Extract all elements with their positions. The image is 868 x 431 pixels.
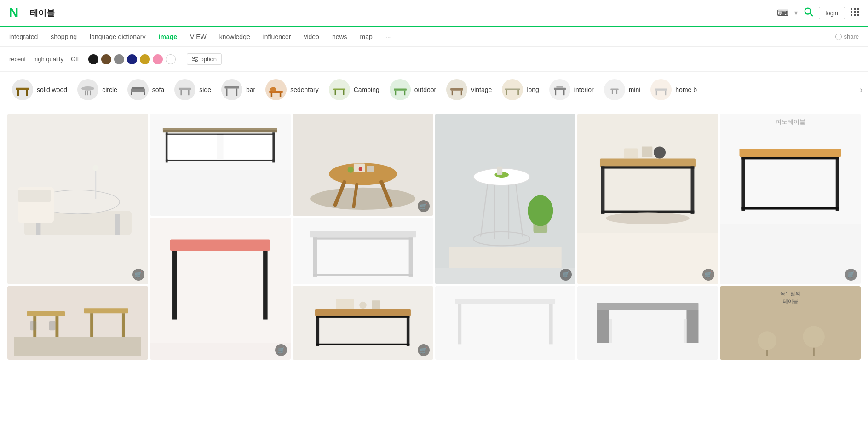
- svg-line-86: [481, 184, 488, 237]
- image-card-11[interactable]: [435, 286, 576, 360]
- svg-rect-56: [656, 91, 657, 95]
- svg-rect-67: [163, 128, 277, 130]
- svg-rect-133: [455, 299, 555, 304]
- category-mini[interactable]: mini: [601, 76, 648, 103]
- svg-rect-39: [394, 88, 407, 90]
- basket-icon-4[interactable]: 🛒: [560, 269, 572, 281]
- image-card-1[interactable]: 🛒: [7, 114, 148, 284]
- image-card-8[interactable]: [293, 218, 433, 284]
- svg-rect-2: [851, 8, 852, 10]
- svg-point-90: [474, 232, 530, 246]
- nav-item-shopping[interactable]: shopping: [51, 33, 77, 40]
- category-sofa[interactable]: sofa: [125, 76, 172, 103]
- svg-point-65: [92, 165, 98, 171]
- svg-rect-128: [316, 316, 409, 318]
- basket-icon-10[interactable]: 🛒: [418, 344, 430, 356]
- nav-item-view[interactable]: VIEW: [190, 33, 207, 40]
- svg-rect-8: [851, 14, 852, 16]
- cat-label-side: side: [199, 86, 211, 93]
- svg-rect-71: [166, 160, 275, 161]
- keyboard-dropdown[interactable]: ▾: [794, 9, 798, 17]
- image-card-3[interactable]: 🛒: [293, 114, 433, 216]
- color-gray[interactable]: [114, 54, 124, 64]
- option-button[interactable]: option: [187, 53, 222, 65]
- nav-item-map[interactable]: map: [360, 33, 373, 40]
- keyboard-icon[interactable]: ⌨: [777, 8, 789, 18]
- category-bar[interactable]: bar: [218, 76, 263, 103]
- image-card-5[interactable]: 🛒: [577, 114, 718, 284]
- category-interior[interactable]: interior: [546, 76, 601, 103]
- category-sedentary[interactable]: sedentary: [263, 76, 326, 103]
- color-black[interactable]: [88, 54, 98, 64]
- image-card-2[interactable]: [150, 114, 291, 216]
- nav-more[interactable]: ···: [385, 33, 391, 40]
- nav-item-knowledge[interactable]: knowledge: [219, 33, 250, 40]
- image-card-9[interactable]: [7, 286, 148, 360]
- color-filter-group: [88, 54, 176, 64]
- svg-rect-28: [188, 90, 190, 95]
- filter-recent[interactable]: recent: [9, 56, 26, 63]
- search-icon[interactable]: [803, 6, 813, 19]
- svg-rect-19: [87, 91, 88, 95]
- category-vintage[interactable]: vintage: [443, 76, 499, 103]
- color-brown[interactable]: [101, 54, 111, 64]
- basket-icon-5[interactable]: 🛒: [702, 269, 714, 281]
- share-button[interactable]: share: [835, 33, 859, 40]
- svg-rect-132: [372, 300, 380, 309]
- category-camping[interactable]: Camping: [326, 76, 387, 103]
- image-card-6[interactable]: 피노테이블 🛒: [720, 114, 861, 284]
- image-card-13[interactable]: 목두달의테이블: [720, 286, 861, 360]
- category-long[interactable]: long: [499, 76, 546, 103]
- svg-rect-96: [691, 166, 695, 214]
- color-gold[interactable]: [140, 54, 150, 64]
- share-label: share: [844, 33, 859, 40]
- svg-point-101: [654, 146, 666, 158]
- svg-rect-30: [226, 88, 228, 96]
- filter-gif[interactable]: GIF: [71, 56, 81, 63]
- image-grid: 🛒: [0, 108, 868, 365]
- nav-item-news[interactable]: news: [332, 33, 347, 40]
- grid-icon[interactable]: [851, 8, 859, 18]
- nav-item-language-dictionary[interactable]: language dictionary: [90, 33, 145, 40]
- svg-rect-3: [854, 8, 856, 10]
- category-next-arrow[interactable]: ›: [854, 72, 868, 108]
- color-navy[interactable]: [127, 54, 137, 64]
- svg-rect-137: [597, 310, 609, 343]
- cat-img-sedentary: [265, 79, 287, 100]
- basket-icon-3[interactable]: 🛒: [418, 200, 430, 212]
- nav-item-image[interactable]: image: [159, 33, 177, 40]
- svg-rect-37: [334, 90, 336, 95]
- cat-img-solid-wood: [12, 79, 33, 100]
- image-card-4[interactable]: 🛒: [435, 114, 576, 284]
- svg-point-13: [193, 57, 195, 59]
- basket-icon-7[interactable]: 🛒: [275, 344, 287, 356]
- filter-high-quality[interactable]: high quality: [33, 56, 63, 63]
- category-circle[interactable]: circle: [75, 76, 125, 103]
- svg-rect-126: [316, 316, 319, 346]
- svg-rect-121: [90, 313, 93, 337]
- color-pink[interactable]: [153, 54, 163, 64]
- nav-item-integrated[interactable]: integrated: [9, 33, 38, 40]
- color-white[interactable]: [166, 54, 176, 64]
- cat-img-mini: [604, 79, 625, 100]
- svg-rect-43: [452, 91, 453, 95]
- category-side[interactable]: side: [172, 76, 218, 103]
- svg-rect-94: [600, 158, 696, 167]
- image-card-7[interactable]: 🛒: [150, 218, 291, 360]
- svg-rect-97: [601, 166, 695, 168]
- category-outdoor[interactable]: outdoor: [387, 76, 443, 103]
- svg-point-14: [195, 60, 197, 62]
- basket-icon-1[interactable]: 🛒: [132, 269, 144, 281]
- category-solid-wood[interactable]: solid wood: [9, 76, 75, 103]
- image-card-12[interactable]: [577, 286, 718, 360]
- basket-icon-6[interactable]: 🛒: [845, 269, 857, 281]
- nav-item-video[interactable]: video: [304, 33, 319, 40]
- category-home-b[interactable]: home b: [648, 76, 704, 103]
- svg-rect-61: [115, 214, 119, 235]
- cat-label-long: long: [527, 86, 539, 93]
- image-card-10[interactable]: 🛒: [293, 286, 433, 360]
- nav-item-influencer[interactable]: influencer: [263, 33, 291, 40]
- login-button[interactable]: login: [819, 7, 845, 19]
- svg-rect-26: [179, 88, 191, 90]
- svg-rect-114: [313, 238, 413, 240]
